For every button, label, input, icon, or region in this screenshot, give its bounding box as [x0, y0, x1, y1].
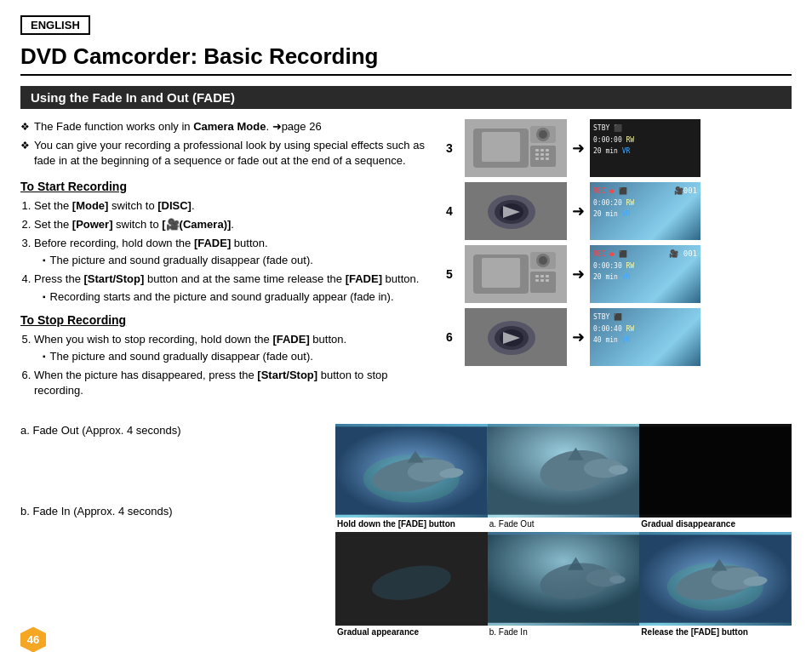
bottom-img-4: [335, 532, 488, 626]
svg-point-57: [609, 576, 626, 584]
start-step-3-sub: ▪ The picture and sound gradually disapp…: [43, 253, 429, 268]
step-num-6: 6: [446, 330, 460, 344]
bottom-caption-6-bold: Release the [FADE] button: [641, 627, 748, 637]
screen-text-6a: STBY ⬛ 0:00:40 RW 40 min VR: [593, 312, 634, 346]
svg-rect-9: [546, 149, 549, 152]
bullet-diamond-1: ❖: [20, 120, 30, 134]
bullet-text-2: You can give your recording a profession…: [34, 138, 429, 169]
fade-label-a: a. Fade Out (Approx. 4 seconds): [20, 424, 335, 437]
bottom-image-row-top: Hold down the [FADE] button: [335, 424, 792, 529]
bottom-img-6: [639, 532, 792, 626]
svg-rect-23: [482, 258, 520, 288]
bottom-img-fadein-full: Release the [FADE] button: [639, 532, 792, 637]
bottom-caption-3-bold: Gradual disappearance: [641, 519, 735, 529]
dolphin-svg-6: [639, 532, 792, 626]
bullet-diamond-2: ❖: [20, 139, 30, 169]
sub-bullet-icon-5: ▪: [43, 351, 46, 364]
bottom-image-row-bottom: Gradual appearance: [335, 532, 792, 637]
screen-5: REC ● ⬛ 0:00:30 RW 20 min VR 🎥 001: [590, 245, 700, 303]
bottom-img-2: [488, 424, 640, 518]
svg-point-26: [539, 256, 547, 265]
cam-image-4: [465, 182, 567, 240]
screen-text-4b: 🎥001: [674, 186, 697, 197]
svg-rect-7: [535, 149, 539, 152]
fade-svg-4: [335, 532, 488, 626]
bottom-right: Hold down the [FADE] button: [335, 424, 792, 637]
svg-rect-14: [540, 157, 544, 160]
bottom-img-dolphin-partial: a. Fade Out: [488, 424, 640, 529]
screen-3: STBY ⬛ 0:00:00 RW 20 min VR: [590, 119, 700, 177]
svg-rect-29: [540, 275, 544, 277]
stop-step-6: When the picture has disappeared, press …: [34, 368, 429, 398]
bottom-caption-4-bold: Gradual appearance: [337, 627, 419, 637]
svg-rect-11: [540, 153, 544, 156]
start-step-2: Set the [Power] switch to [🎥(Camera)].: [34, 217, 429, 232]
sub-bullet-icon-3: ▪: [43, 255, 46, 268]
bottom-caption-2: a. Fade Out: [488, 519, 640, 529]
bottom-caption-2-normal: a. Fade Out: [489, 519, 535, 529]
svg-rect-51: [639, 427, 792, 515]
svg-rect-6: [530, 146, 556, 167]
svg-point-48: [609, 466, 628, 475]
screen-text-3: STBY ⬛ 0:00:00 RW 20 min VR: [593, 123, 634, 157]
svg-rect-30: [546, 275, 549, 277]
image-row-5: 5: [446, 245, 792, 303]
screen-6: STBY ⬛ 0:00:40 RW 40 min VR: [590, 308, 700, 366]
bottom-img-1: [335, 424, 488, 518]
bottom-caption-4: Gradual appearance: [335, 627, 488, 637]
cam-image-5: [465, 245, 567, 303]
dolphin-svg-2: [488, 424, 640, 518]
image-row-3: 3: [446, 119, 792, 177]
svg-rect-12: [546, 153, 549, 156]
screen-text-5b: 🎥 001: [669, 249, 697, 260]
bottom-img-black: Gradual disappearance: [639, 424, 792, 529]
cam-svg-6: [465, 308, 558, 361]
svg-rect-13: [535, 157, 539, 160]
bottom-caption-5-normal: b. Fade In: [489, 627, 528, 637]
screen-4: REC ● ⬛ 0:00:20 RW 20 min VR 🎥001: [590, 182, 700, 240]
start-step-4-sub: ▪ Recording starts and the picture and s…: [43, 289, 429, 305]
sub-bullet-icon-4: ▪: [43, 291, 46, 305]
bottom-caption-5: b. Fade In: [488, 627, 640, 637]
left-column: ❖ The Fade function works only in Camera…: [20, 119, 437, 407]
bottom-caption-3: Gradual disappearance: [639, 519, 792, 529]
start-step-4: Press the [Start/Stop] button and at the…: [34, 272, 429, 304]
fade-svg-3: [639, 424, 792, 518]
dolphin-svg-5: [488, 532, 640, 626]
cam-svg-5: [469, 248, 563, 300]
sub-bullet-text-4: Recording starts and the picture and sou…: [50, 289, 394, 305]
sub-bullet-text-3: The picture and sound gradually disappea…: [50, 253, 313, 268]
bottom-caption-1: Hold down the [FADE] button: [335, 519, 488, 529]
bullet-list: ❖ The Fade function works only in Camera…: [20, 119, 429, 169]
svg-rect-31: [535, 279, 539, 282]
bottom-img-appear: Gradual appearance: [335, 532, 488, 637]
start-steps-list: Set the [Mode] switch to [DISC]. Set the…: [20, 198, 429, 305]
step-num-5: 5: [446, 267, 460, 281]
arrow-5: ➜: [572, 265, 585, 283]
bottom-section: a. Fade Out (Approx. 4 seconds) b. Fade …: [20, 424, 792, 637]
arrow-6: ➜: [572, 328, 585, 346]
cam-svg-3: [469, 122, 563, 174]
image-row-4: 4 ➜ REC ● ⬛ 0:00:20 RW: [446, 182, 792, 240]
svg-rect-10: [535, 153, 539, 156]
svg-rect-2: [482, 132, 520, 162]
stop-step-5: When you wish to stop recording, hold do…: [34, 332, 429, 364]
bottom-caption-1-bold: Hold down the [FADE] button: [337, 519, 455, 529]
bottom-img-dolphin-full: Hold down the [FADE] button: [335, 424, 488, 529]
bullet-item-2: ❖ You can give your recording a professi…: [20, 138, 429, 169]
bottom-left: a. Fade Out (Approx. 4 seconds) b. Fade …: [20, 424, 335, 637]
start-step-3: Before recording, hold down the [FADE] b…: [34, 236, 429, 268]
main-layout: ❖ The Fade function works only in Camera…: [20, 119, 792, 407]
bottom-img-fadein-partial: b. Fade In: [488, 532, 640, 637]
bullet-text-1: The Fade function works only in Camera M…: [34, 119, 322, 134]
screen-text-5a: REC ● ⬛ 0:00:30 RW 20 min VR: [593, 249, 634, 283]
bullet-item-1: ❖ The Fade function works only in Camera…: [20, 119, 429, 134]
svg-rect-8: [540, 149, 544, 152]
dolphin-svg-1: [335, 424, 488, 518]
page-title: DVD Camcorder: Basic Recording: [20, 43, 792, 76]
svg-rect-27: [530, 272, 556, 293]
arrow-4: ➜: [572, 202, 585, 220]
start-recording-title: To Start Recording: [20, 180, 429, 193]
screen-text-4a: REC ● ⬛ 0:00:20 RW 20 min VR: [593, 186, 634, 220]
cam-image-3: [465, 119, 567, 177]
